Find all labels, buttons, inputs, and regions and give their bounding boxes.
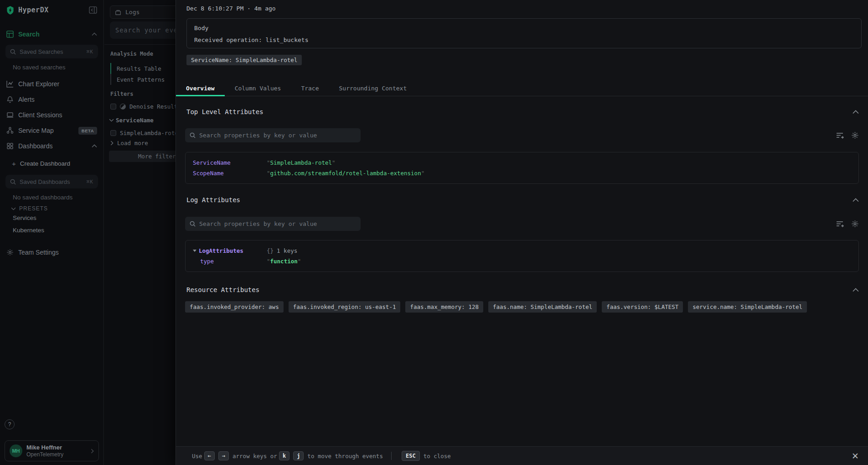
top-level-attributes-box: ServiceName "SimpleLambda-rotel" ScopeNa… [185,152,859,184]
search-icon [190,221,196,227]
create-dashboard-label: Create Dashboard [20,160,70,167]
chevron-up-icon[interactable] [852,198,859,202]
chevron-right-icon [91,449,94,454]
servicename-value-filter[interactable]: SimpleLambda-rotel [110,130,181,136]
beta-badge: BETA [78,127,97,135]
tab-column-values[interactable]: Column Values [225,81,291,96]
filter-lines-icon[interactable] [836,220,844,227]
presets-toggle[interactable]: PRESETS [0,201,103,212]
sidebar-item-client-sessions[interactable]: Client Sessions [0,107,103,123]
mode-results-table[interactable]: Results Table [110,63,165,74]
create-dashboard-button[interactable]: + Create Dashboard [0,157,103,170]
sidebar-header: HyperDX [0,0,103,20]
attr-key: ServiceName [193,158,267,167]
saved-searches-search[interactable]: ⌘K [5,45,98,58]
sidebar: HyperDX Search ⌘K No saved searches Char… [0,0,104,465]
search-icon [190,132,196,138]
log-attributes-root[interactable]: LogAttributes {}1 keys [193,246,851,255]
denoise-label: Denoise Results [129,103,181,110]
filter-lines-icon[interactable] [836,132,844,139]
filters-header: Filters [110,91,134,97]
attr-key: type [193,257,267,266]
network-icon [6,127,14,134]
attr-row[interactable]: ScopeName "github.com/streamfold/rotel-l… [193,169,851,178]
collapse-sidebar-icon[interactable] [89,6,97,14]
chevron-down-icon [11,207,16,210]
sidebar-item-dashboards[interactable]: Dashboards [0,138,103,154]
user-name: Mike Heffner [26,444,91,451]
top-level-search[interactable] [185,128,361,142]
chevron-up-icon[interactable] [852,110,859,114]
sidebar-item-label: Dashboards [18,142,92,150]
analysis-modes: Results Table Event Patterns [110,63,165,85]
sidebar-item-search[interactable]: Search [0,26,103,42]
sidebar-item-label: Team Settings [18,249,97,256]
tab-trace[interactable]: Trace [291,81,329,96]
denoise-filter[interactable]: Denoise Results [110,103,181,110]
help-button[interactable]: ? [5,419,15,429]
tab-overview[interactable]: Overview [176,81,225,96]
resource-chip[interactable]: faas.invoked_provider: aws [185,301,284,313]
sidebar-item-label: Client Sessions [18,111,97,119]
load-more-label: Load more [117,140,148,146]
resource-chip[interactable]: faas.name: SimpleLambda-rotel [488,301,597,313]
saved-dashboards-search[interactable]: ⌘K [5,175,98,188]
resource-attribute-chips: faas.invoked_provider: aws faas.invoked_… [185,301,859,313]
sidebar-item-chart-explorer[interactable]: Chart Explorer [0,76,103,92]
resource-chip[interactable]: faas.invoked_region: us-east-1 [289,301,401,313]
checkbox[interactable] [110,130,116,136]
preset-services[interactable]: Services [0,212,103,224]
attr-row[interactable]: ServiceName "SimpleLambda-rotel" [193,158,851,167]
key-k: k [279,451,289,460]
checkbox[interactable] [110,104,116,110]
event-body-box: Body Received operation: list_buckets [186,18,862,48]
log-attributes-box: LogAttributes {}1 keys type "function" [185,240,859,272]
footer-text: to move through events [307,453,383,460]
top-level-search-input[interactable] [199,132,356,139]
resource-chip[interactable]: faas.max_memory: 128 [405,301,483,313]
servicename-tag[interactable]: ServiceName: SimpleLambda-rotel [186,55,302,65]
section-title: Log Attributes [186,196,852,204]
keys-count: {}1 keys [267,246,297,255]
sidebar-item-alerts[interactable]: Alerts [0,92,103,107]
event-detail-drawer: Dec 8 6:10:27 PM · 4m ago Body Received … [176,0,868,465]
attr-row[interactable]: type "function" [193,257,851,266]
body-text: Received operation: list_buckets [194,37,854,43]
braces-icon: {} [267,247,274,254]
avatar: MH [10,444,22,457]
sidebar-item-label: Search [18,31,92,38]
monitor-icon [6,111,14,119]
preset-kubernetes[interactable]: Kubernetes [0,224,103,236]
chevron-up-icon[interactable] [92,32,97,36]
gear-icon[interactable] [851,131,859,139]
search-icon [10,179,16,185]
sidebar-item-label: Alerts [18,96,97,103]
user-meta: Mike Heffner OpenTelemetry [26,444,91,458]
resource-chip[interactable]: service.name: SimpleLambda-rotel [688,301,807,313]
user-card[interactable]: MH Mike Heffner OpenTelemetry [5,440,99,461]
close-icon[interactable]: ✕ [852,452,859,460]
footer-text: to close [424,453,451,460]
key-arrow-right: → [218,451,229,460]
load-more[interactable]: Load more [110,140,148,146]
sidebar-item-service-map[interactable]: Service Map BETA [0,123,103,138]
grid-icon [6,142,14,150]
chevron-up-icon[interactable] [92,144,97,148]
shortcut-badge: ⌘K [87,179,93,185]
search-table-icon [6,31,14,38]
top-level-icons [836,131,859,139]
sidebar-item-team-settings[interactable]: Team Settings [0,245,103,260]
body-label: Body [194,25,854,31]
gear-icon [6,249,14,256]
log-attributes-search-input[interactable] [199,220,356,227]
filter-group-servicename[interactable]: ServiceName [109,117,154,124]
tab-surrounding-context[interactable]: Surrounding Context [329,81,417,96]
drawer-footer: Use ← → arrow keys or k j to move throug… [176,446,868,465]
mode-event-patterns[interactable]: Event Patterns [110,74,165,85]
chevron-up-icon[interactable] [852,288,859,292]
saved-searches-input[interactable] [20,48,87,55]
log-attributes-search[interactable] [185,217,361,231]
saved-dashboards-input[interactable] [20,178,87,185]
resource-chip[interactable]: faas.version: $LATEST [602,301,683,313]
gear-icon[interactable] [851,220,859,228]
